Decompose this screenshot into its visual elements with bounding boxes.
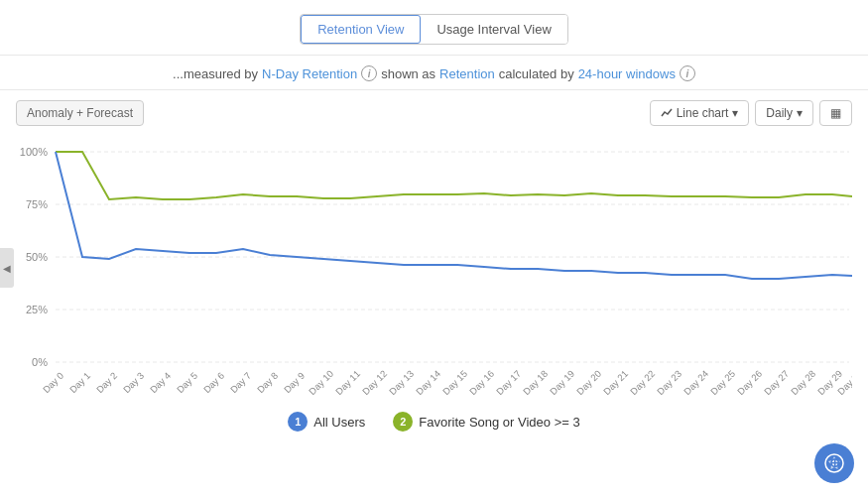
svg-text:Day 12: Day 12 [360, 368, 389, 397]
svg-text:25%: 25% [26, 304, 48, 315]
svg-text:Day 18: Day 18 [521, 368, 550, 397]
legend-circle-2: 2 [393, 412, 413, 432]
svg-text:Day 28: Day 28 [789, 368, 817, 397]
line-chart-label: Line chart [677, 106, 729, 120]
line-chart-chevron: ▾ [732, 106, 738, 120]
svg-text:Day 16: Day 16 [467, 368, 496, 397]
svg-text:0%: 0% [32, 356, 48, 368]
usage-view-button[interactable]: Usage Interval View [421, 15, 566, 44]
metric-info-icon[interactable]: i [361, 65, 377, 81]
svg-text:Day 27: Day 27 [762, 368, 791, 397]
svg-text:Day 17: Day 17 [494, 368, 523, 397]
legend-circle-1: 1 [288, 412, 308, 432]
svg-text:Day 13: Day 13 [387, 368, 416, 397]
calculated-by-label: calculated by [499, 66, 574, 81]
svg-text:Day 1: Day 1 [67, 370, 92, 395]
svg-text:Day 6: Day 6 [201, 370, 226, 395]
svg-text:Day 5: Day 5 [175, 370, 199, 395]
metric-type-link[interactable]: Retention [439, 66, 495, 81]
chart-legend: 1 All Users 2 Favorite Song or Video >= … [0, 404, 868, 437]
svg-text:Day 20: Day 20 [574, 368, 603, 397]
svg-text:Day 4: Day 4 [148, 370, 173, 395]
legend-item-2: 2 Favorite Song or Video >= 3 [393, 412, 579, 432]
svg-text:⊕: ⊕ [829, 455, 840, 470]
svg-text:Day 21: Day 21 [601, 368, 630, 397]
daily-chevron: ▾ [797, 106, 803, 120]
fab-icon: ⊕ [823, 452, 845, 474]
view-toggle-bar: Retention View Usage Interval View [0, 0, 868, 56]
chart-area: ◀ 100% 75% 50% 25% 0% Day 0 Day 1 Day 2 [0, 132, 868, 404]
daily-button[interactable]: Daily ▾ [755, 100, 813, 126]
svg-text:Day 14: Day 14 [414, 368, 442, 397]
anomaly-forecast-button[interactable]: Anomaly + Forecast [16, 100, 144, 126]
svg-text:Day 2: Day 2 [94, 370, 119, 395]
svg-text:Day 24: Day 24 [682, 368, 710, 397]
chart-header: Anomaly + Forecast Line chart ▾ Daily ▾ … [0, 90, 868, 132]
series1-line [56, 152, 852, 279]
svg-text:Day 26: Day 26 [735, 368, 764, 397]
shown-as-label: shown as [381, 66, 435, 81]
svg-text:Day 22: Day 22 [628, 368, 657, 397]
svg-text:Day 3: Day 3 [121, 370, 146, 395]
scroll-left-arrow[interactable]: ◀ [0, 248, 14, 288]
window-link[interactable]: 24-hour windows [578, 66, 676, 81]
legend-item-1: 1 All Users [288, 412, 365, 432]
line-chart-icon [661, 107, 673, 119]
svg-text:50%: 50% [26, 251, 48, 263]
chart-svg-container: 100% 75% 50% 25% 0% Day 0 Day 1 Day 2 Da… [16, 132, 852, 404]
chart-controls: Line chart ▾ Daily ▾ ▦ [650, 100, 852, 126]
fab-button[interactable]: ⊕ [814, 443, 854, 483]
view-toggle: Retention View Usage Interval View [300, 14, 568, 45]
metric-link[interactable]: N-Day Retention [262, 66, 357, 81]
svg-text:Day 9: Day 9 [282, 370, 307, 395]
measured-by-label: ...measured by [173, 66, 258, 81]
svg-text:Day 7: Day 7 [228, 370, 253, 395]
svg-text:Day 25: Day 25 [708, 368, 737, 397]
sub-bar: ...measured by N-Day Retention i shown a… [0, 56, 868, 90]
svg-text:Day 11: Day 11 [333, 368, 362, 397]
chart-svg: 100% 75% 50% 25% 0% Day 0 Day 1 Day 2 Da… [16, 132, 852, 400]
svg-text:Day 10: Day 10 [307, 368, 335, 397]
retention-view-button[interactable]: Retention View [301, 15, 421, 44]
line-chart-button[interactable]: Line chart ▾ [650, 100, 750, 126]
series2-line [56, 152, 852, 199]
svg-text:Day 15: Day 15 [440, 368, 469, 397]
legend-label-2: Favorite Song or Video >= 3 [419, 415, 579, 430]
svg-text:Day 0: Day 0 [41, 370, 65, 395]
svg-text:75%: 75% [26, 198, 48, 210]
svg-text:100%: 100% [20, 146, 48, 158]
daily-label: Daily [766, 106, 793, 120]
x-axis-labels: Day 0 Day 1 Day 2 Day 3 Day 4 Day 5 Day … [41, 368, 852, 397]
window-info-icon[interactable]: i [680, 65, 695, 81]
svg-text:Day 19: Day 19 [548, 368, 576, 397]
calendar-icon: ▦ [830, 106, 841, 120]
legend-label-1: All Users [313, 415, 365, 430]
svg-text:Day 8: Day 8 [255, 370, 280, 395]
svg-text:Day 23: Day 23 [655, 368, 683, 397]
calendar-button[interactable]: ▦ [819, 100, 852, 126]
